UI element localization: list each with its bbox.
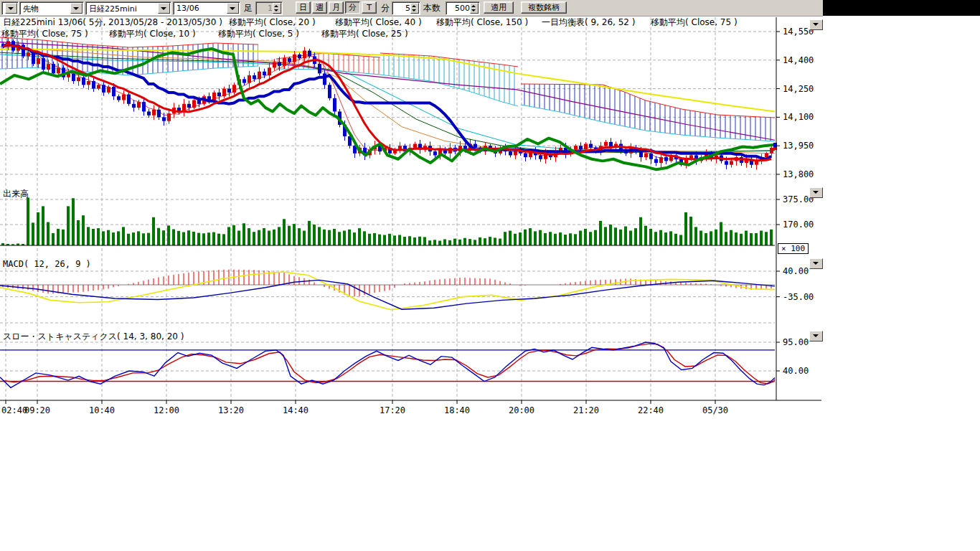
period-tick-button[interactable]: T bbox=[362, 1, 377, 14]
period-day-button[interactable]: 日 bbox=[296, 1, 311, 14]
ashi-interval-spinner: 1 bbox=[255, 1, 283, 15]
volume-scale-badge: × 100 bbox=[778, 243, 809, 254]
x-axis-label: 17:20 bbox=[380, 405, 405, 415]
volume-pane-title: 出来高 bbox=[3, 188, 29, 200]
chevron-down-icon bbox=[813, 23, 819, 26]
period-week-button[interactable]: 週 bbox=[312, 1, 327, 14]
stoch-pane-menu-button[interactable] bbox=[809, 331, 823, 342]
x-axis-label: 02:40 bbox=[1, 405, 27, 415]
volume-axis-label: 170.00 bbox=[783, 220, 814, 230]
x-axis-label: 20:00 bbox=[509, 405, 534, 415]
mini-combo[interactable] bbox=[1, 1, 19, 15]
bar-count-spinner[interactable]: 500 bbox=[446, 1, 480, 15]
ashi-label: 足 bbox=[244, 3, 253, 13]
stoch-axis-label: 95.00 bbox=[783, 337, 809, 347]
x-axis-label: 09:20 bbox=[24, 405, 50, 415]
symbol-select-value: 日経225mini bbox=[89, 4, 137, 14]
stoch-pane-title: スロー・ストキャスティクス( 14, 3, 80, 20 ) bbox=[3, 331, 184, 343]
price-axis-label: 13,950 bbox=[783, 141, 814, 151]
symbol-select[interactable]: 日経225mini bbox=[85, 1, 171, 15]
macd-pane-title: MACD( 12, 26, 9 ) bbox=[3, 259, 91, 269]
legend-ma75: 移動平均( Close, 75 ) bbox=[651, 18, 738, 27]
legend-ma10: 移動平均( Close, 10 ) bbox=[109, 29, 196, 39]
apply-button[interactable]: 適用 bbox=[484, 1, 514, 14]
legend-ichimoku: 一目均衡表( 9, 26, 52 ) bbox=[542, 18, 635, 27]
stoch-axis-label: 40.00 bbox=[783, 366, 809, 376]
combo-arrow-icon[interactable] bbox=[158, 3, 170, 14]
macd-axis-label: -35.00 bbox=[783, 292, 814, 302]
spinner-buttons-icon bbox=[273, 3, 281, 14]
combo-arrow-icon[interactable] bbox=[5, 3, 17, 14]
combo-arrow-icon[interactable] bbox=[227, 3, 239, 14]
x-axis-label: 21:20 bbox=[573, 405, 599, 415]
contract-select-value: 13/06 bbox=[176, 4, 199, 13]
chart-title: 日経225mini 13/06( 5分, 2013/05/28 - 2013/0… bbox=[3, 18, 222, 27]
price-axis-label: 14,400 bbox=[783, 55, 814, 65]
price-axis-label: 13,800 bbox=[783, 169, 814, 179]
desktop-area bbox=[823, 0, 980, 16]
price-axis-label: 14,250 bbox=[783, 84, 814, 94]
x-axis-label: 05/30 bbox=[702, 405, 728, 415]
minute-label: 分 bbox=[381, 3, 390, 13]
chevron-down-icon bbox=[813, 262, 819, 265]
chart-canvas[interactable]: 14,55014,40014,25014,10013,95013,800375.… bbox=[0, 16, 825, 425]
spinner-buttons-icon[interactable] bbox=[410, 3, 419, 14]
legend-ma20: 移動平均( Close, 20 ) bbox=[229, 18, 316, 27]
spinner-buttons-icon[interactable] bbox=[470, 3, 479, 14]
price-axis-label: 14,100 bbox=[783, 112, 814, 122]
volume-pane-menu-button[interactable] bbox=[809, 187, 823, 198]
legend-ma75-row2: 移動平均( Close, 75 ) bbox=[1, 29, 88, 39]
application-window: 先物 日経225mini 13/06 足 1 日 週 月 分 T 分 5 本数 … bbox=[0, 0, 980, 551]
period-month-button[interactable]: 月 bbox=[329, 1, 344, 14]
toolbar: 先物 日経225mini 13/06 足 1 日 週 月 分 T 分 5 本数 … bbox=[0, 0, 823, 17]
multi-symbol-button[interactable]: 複数銘柄 bbox=[521, 1, 567, 14]
macd-pane-menu-button[interactable] bbox=[809, 258, 823, 269]
legend-ma40: 移動平均( Close, 40 ) bbox=[335, 18, 422, 27]
market-select[interactable]: 先物 bbox=[19, 1, 84, 15]
legend-ma150: 移動平均( Close, 150 ) bbox=[436, 18, 528, 27]
x-axis-label: 13:20 bbox=[218, 405, 244, 415]
x-axis-label: 18:40 bbox=[444, 405, 470, 415]
price-pane-menu-button[interactable] bbox=[809, 19, 823, 30]
combo-arrow-icon[interactable] bbox=[70, 3, 83, 14]
minute-value: 5 bbox=[405, 4, 410, 13]
macd-axis-label: 40.00 bbox=[783, 266, 809, 276]
x-axis-label: 14:40 bbox=[283, 405, 308, 415]
bar-count-label: 本数 bbox=[423, 3, 440, 13]
x-axis-label: 22:40 bbox=[638, 405, 664, 415]
market-select-value: 先物 bbox=[23, 4, 39, 14]
chevron-down-icon bbox=[813, 334, 819, 337]
x-axis-label: 10:40 bbox=[89, 405, 115, 415]
contract-select[interactable]: 13/06 bbox=[173, 1, 240, 15]
legend-ma5: 移動平均( Close, 5 ) bbox=[218, 29, 299, 39]
period-minute-button[interactable]: 分 bbox=[345, 1, 360, 14]
chevron-down-icon bbox=[813, 191, 819, 194]
x-axis-label: 12:00 bbox=[154, 405, 179, 415]
minute-spinner[interactable]: 5 bbox=[392, 1, 420, 15]
bar-count-value: 500 bbox=[455, 4, 470, 13]
ashi-interval-value: 1 bbox=[268, 4, 273, 13]
legend-ma25: 移動平均( Close, 25 ) bbox=[321, 29, 408, 39]
